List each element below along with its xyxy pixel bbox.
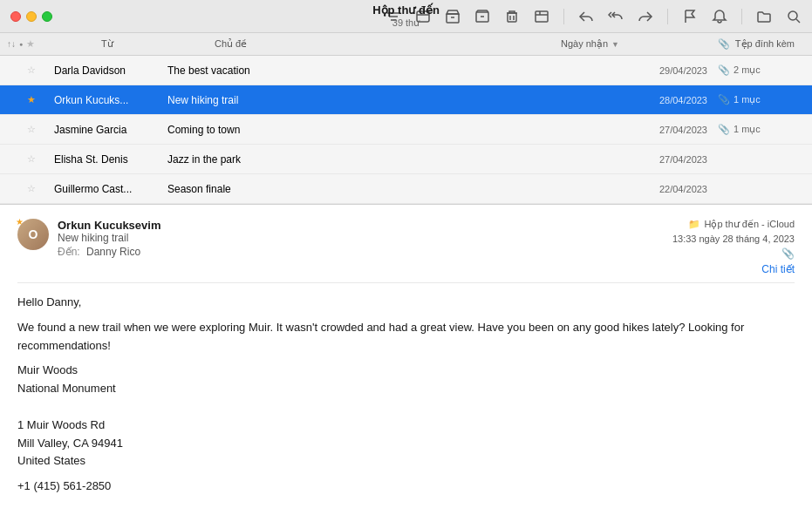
address-name: Muir Woods	[17, 362, 795, 380]
email-timestamp: 13:33 ngày 28 tháng 4, 2023	[672, 234, 795, 244]
star-icon[interactable]: ☆	[24, 64, 38, 78]
email-row[interactable]: ☆ Elisha St. Denis Jazz in the park 27/0…	[0, 145, 812, 174]
email-row[interactable]: ☆ Jasmine Garcia Coming to town 27/04/20…	[0, 115, 812, 145]
star-icon[interactable]: ★	[24, 93, 38, 107]
avatar-container: O ★	[17, 219, 49, 250]
row-icons: ★	[7, 93, 54, 107]
email-row[interactable]: ★ Orkun Kucuks... New hiking trail 28/04…	[0, 85, 812, 115]
star-icon[interactable]: ☆	[24, 152, 38, 166]
email-from: Elisha St. Denis	[54, 153, 167, 166]
reply-all-icon[interactable]	[608, 9, 624, 24]
body-paragraph: We found a new trail when we were explor…	[17, 319, 795, 356]
traffic-lights	[10, 11, 52, 22]
folder-icon[interactable]	[756, 9, 772, 24]
email-subject: The best vacation	[167, 64, 604, 77]
attachment-count: 📎	[718, 124, 730, 134]
row-icons: ☆	[7, 182, 54, 196]
email-header: O ★ Orkun Kucuksevim New hiking trail Đế…	[17, 219, 795, 275]
unread-icon	[7, 64, 21, 78]
divider2	[667, 9, 668, 24]
email-right-info: 📁 Hộp thư đến - iCloud 13:33 ngày 28 thá…	[585, 219, 795, 275]
paperclip-icon: 📎	[718, 38, 730, 49]
date-column-header: Ngày nhận ▼	[561, 38, 718, 50]
archive-icon[interactable]	[474, 9, 490, 24]
email-list-section: ↑↓ ● ★ Từ Chủ đề Ngày nhận ▼ 📎 Tệp đính …	[0, 33, 812, 205]
svg-line-14	[796, 19, 800, 23]
email-subject: New hiking trail	[167, 94, 604, 106]
unread-col-icon: ●	[19, 41, 23, 47]
unread-icon	[7, 152, 21, 166]
email-date: 27/04/2023	[604, 154, 718, 165]
email-attach: 📎1 mục	[718, 94, 805, 105]
window-title: Hộp thư đến 39 thư	[372, 3, 440, 29]
forward-icon[interactable]	[638, 9, 653, 24]
divider3	[741, 9, 742, 24]
email-date: 28/04/2023	[604, 95, 718, 105]
header-divider	[17, 282, 795, 283]
address-street: 1 Muir Woods Rd	[17, 417, 795, 435]
main-layout: ↑↓ ● ★ Từ Chủ đề Ngày nhận ▼ 📎 Tệp đính …	[0, 33, 812, 508]
flag-icon[interactable]	[682, 9, 698, 24]
column-headers: ↑↓ ● ★ Từ Chủ đề Ngày nhận ▼ 📎 Tệp đính …	[0, 33, 812, 56]
date-sort-icon: ▼	[611, 40, 619, 49]
svg-rect-9	[508, 13, 516, 22]
detail-subject: New hiking trail	[58, 232, 577, 244]
row-icons: ☆	[7, 123, 54, 137]
maximize-button[interactable]	[42, 11, 52, 22]
new-compose-icon[interactable]	[445, 9, 461, 24]
email-detail: O ★ Orkun Kucuksevim New hiking trail Đế…	[0, 205, 812, 508]
svg-rect-12	[536, 11, 548, 22]
email-date: 22/04/2023	[604, 184, 718, 194]
email-row[interactable]: ☆ Darla Davidson The best vacation 29/04…	[0, 56, 812, 85]
to-label: Đến:	[58, 246, 80, 258]
title-main: Hộp thư đến	[372, 3, 440, 17]
email-row[interactable]: ☆ Guillermo Cast... Season finale 22/04/…	[0, 174, 812, 204]
email-from: Darla Davidson	[54, 64, 167, 77]
email-subject: Coming to town	[167, 124, 604, 136]
sort-arrows-icon[interactable]: ↑↓	[7, 39, 16, 49]
from-column-header: Từ	[101, 38, 215, 50]
svg-point-13	[788, 11, 797, 20]
star-col-icon: ★	[26, 38, 35, 50]
address-subtitle: National Monument	[17, 380, 795, 398]
email-from: Orkun Kucuks...	[54, 94, 167, 106]
subject-column-header: Chủ đề	[215, 38, 561, 50]
address-block: Muir Woods National Monument 1 Muir Wood…	[17, 362, 795, 471]
titlebar: Hộp thư đến 39 thư	[0, 0, 812, 33]
unread-icon	[7, 182, 21, 196]
bell-icon[interactable]	[712, 9, 727, 24]
address-city: Mill Valley, CA 94941	[17, 435, 795, 453]
divider1	[563, 9, 564, 24]
email-attach: 📎1 mục	[718, 124, 805, 135]
star-badge: ★	[16, 217, 24, 227]
mailbox-info: 📁 Hộp thư đến - iCloud	[688, 219, 795, 230]
search-icon[interactable]	[786, 9, 802, 24]
unread-icon	[7, 123, 21, 137]
reply-icon[interactable]	[578, 9, 594, 24]
sender-name: Orkun Kucuksevim	[58, 219, 577, 232]
trash-icon[interactable]	[504, 9, 520, 24]
mailbox-folder-icon: 📁	[688, 219, 700, 230]
email-subject: Season finale	[167, 183, 604, 195]
star-icon[interactable]: ☆	[24, 182, 38, 196]
email-from: Jasmine Garcia	[54, 124, 167, 136]
email-from: Guillermo Cast...	[54, 183, 167, 195]
greeting: Hello Danny,	[17, 294, 795, 312]
svg-rect-5	[447, 14, 459, 23]
email-subject: Jazz in the park	[167, 153, 604, 166]
to-name: Danny Rico	[86, 246, 140, 258]
toolbar	[386, 9, 802, 24]
to-line: Đến: Danny Rico	[58, 246, 577, 258]
email-date: 27/04/2023	[604, 125, 718, 135]
move-icon[interactable]	[534, 9, 549, 24]
email-meta: Orkun Kucuksevim New hiking trail Đến: D…	[58, 219, 577, 258]
minimize-button[interactable]	[26, 11, 37, 22]
attachment-icon: 📎	[781, 247, 795, 260]
detail-button[interactable]: Chi tiết	[761, 263, 795, 275]
star-icon[interactable]: ☆	[24, 123, 38, 137]
attachment-count: 📎	[718, 64, 730, 75]
row-icons: ☆	[7, 152, 54, 166]
address-country: United States	[17, 452, 795, 471]
title-sub: 39 thư	[372, 17, 440, 29]
close-button[interactable]	[10, 11, 21, 22]
